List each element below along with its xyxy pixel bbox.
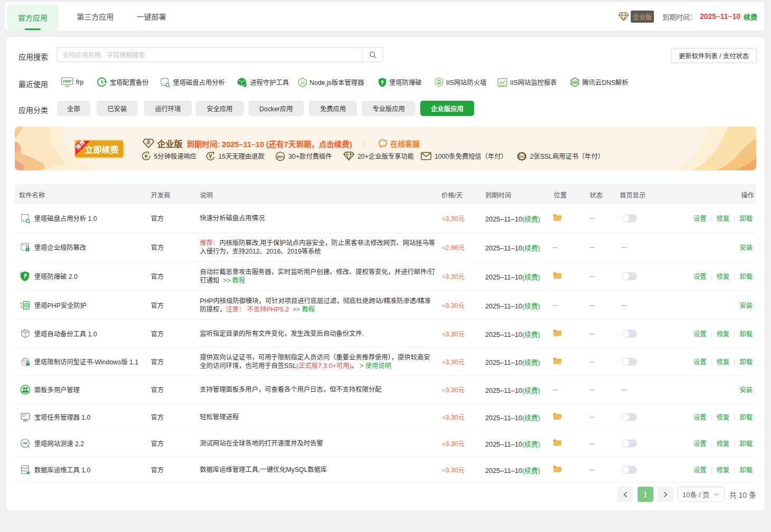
svg-text:DNS: DNS bbox=[572, 81, 577, 83]
svg-text:企: 企 bbox=[146, 139, 151, 144]
svg-text:JS: JS bbox=[300, 80, 305, 85]
svg-text:FRP: FRP bbox=[63, 79, 72, 84]
svg-text:30+: 30+ bbox=[277, 154, 284, 159]
svg-text:SSL: SSL bbox=[519, 154, 525, 158]
svg-text:WAF: WAF bbox=[436, 81, 441, 83]
